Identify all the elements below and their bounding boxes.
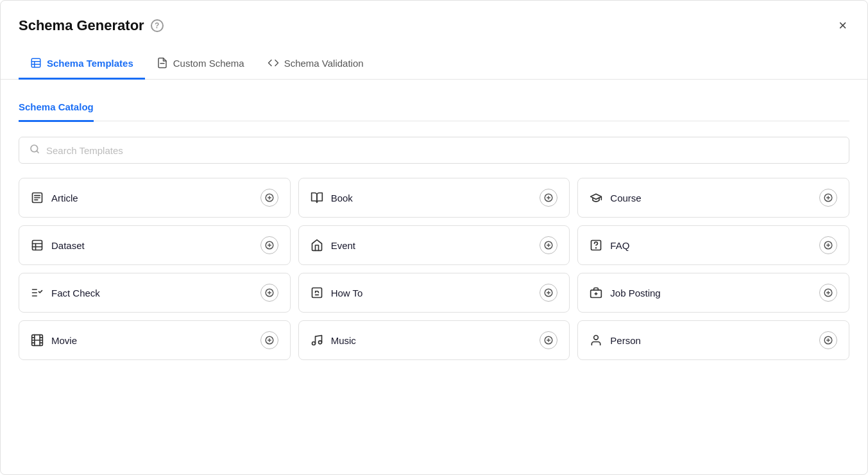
fact-check-label: Fact Check: [51, 288, 100, 298]
catalog-tab-row: Schema Catalog: [19, 95, 849, 122]
article-label: Article: [51, 193, 78, 203]
main-tabs: Schema Templates Custom Schema Schema Va…: [1, 48, 867, 80]
svg-point-31: [596, 248, 597, 248]
modal-title: Schema Generator: [19, 17, 144, 34]
search-bar: [19, 137, 849, 164]
course-add-button[interactable]: [819, 189, 837, 207]
svg-line-6: [37, 151, 38, 153]
tab-custom-schema-label: Custom Schema: [173, 58, 244, 69]
schema-card-book[interactable]: Book: [298, 178, 570, 218]
content-area: Schema Catalog Articl: [1, 80, 867, 376]
svg-rect-0: [31, 58, 40, 67]
schema-card-how-to[interactable]: How To: [298, 273, 570, 313]
music-add-button[interactable]: [540, 331, 557, 349]
dataset-add-button[interactable]: [260, 236, 278, 254]
schema-card-faq[interactable]: FAQ: [577, 225, 849, 265]
svg-point-64: [318, 341, 321, 344]
schema-card-fact-check[interactable]: Fact Check: [19, 273, 291, 313]
tab-schema-templates-label: Schema Templates: [47, 58, 133, 69]
faq-add-button[interactable]: [819, 236, 837, 254]
course-icon: [590, 191, 602, 204]
article-add-button[interactable]: [260, 189, 278, 207]
tab-schema-validation[interactable]: Schema Validation: [256, 48, 375, 80]
person-icon: [590, 334, 602, 347]
dataset-label: Dataset: [51, 240, 85, 251]
person-label: Person: [610, 335, 641, 346]
schema-card-dataset[interactable]: Dataset: [19, 225, 291, 265]
tab-schema-templates[interactable]: Schema Templates: [19, 48, 145, 80]
job-posting-add-button[interactable]: [819, 284, 837, 302]
book-icon: [311, 191, 323, 204]
article-icon: [31, 191, 44, 204]
event-icon: [311, 239, 323, 252]
schema-card-person[interactable]: Person: [577, 320, 849, 360]
modal-header: Schema Generator ? ×: [1, 1, 867, 35]
svg-point-63: [312, 342, 315, 345]
search-icon: [30, 144, 40, 157]
how-to-add-button[interactable]: [540, 284, 557, 302]
help-icon[interactable]: ?: [151, 19, 164, 32]
book-label: Book: [331, 193, 353, 203]
music-label: Music: [331, 335, 356, 346]
custom-schema-icon: [157, 57, 168, 69]
svg-rect-20: [33, 241, 42, 250]
title-row: Schema Generator ?: [19, 17, 164, 34]
close-button[interactable]: ×: [836, 16, 849, 35]
course-label: Course: [610, 193, 641, 203]
tab-schema-validation-label: Schema Validation: [284, 58, 364, 69]
schema-grid: Article Book: [19, 178, 849, 360]
music-icon: [311, 334, 323, 347]
svg-point-68: [594, 336, 599, 340]
schema-card-course[interactable]: Course: [577, 178, 849, 218]
schema-validation-icon: [268, 57, 279, 69]
dataset-icon: [31, 239, 44, 252]
job-posting-icon: [590, 286, 602, 299]
svg-rect-41: [312, 288, 321, 298]
event-label: Event: [331, 240, 355, 251]
schema-card-article[interactable]: Article: [19, 178, 291, 218]
schema-card-event[interactable]: Event: [298, 225, 570, 265]
fact-check-add-button[interactable]: [260, 284, 278, 302]
schema-card-job-posting[interactable]: Job Posting: [577, 273, 849, 313]
tab-custom-schema[interactable]: Custom Schema: [145, 48, 256, 80]
event-add-button[interactable]: [540, 236, 557, 254]
movie-add-button[interactable]: [260, 331, 278, 349]
schema-generator-modal: Schema Generator ? × Schema Templates Cu…: [0, 0, 868, 475]
catalog-tab[interactable]: Schema Catalog: [19, 95, 94, 122]
movie-icon: [31, 334, 44, 347]
schema-templates-icon: [30, 57, 42, 69]
schema-card-music[interactable]: Music: [298, 320, 570, 360]
faq-icon: [590, 239, 602, 252]
faq-label: FAQ: [610, 240, 629, 251]
fact-check-icon: [31, 286, 44, 299]
job-posting-label: Job Posting: [610, 288, 660, 298]
schema-card-movie[interactable]: Movie: [19, 320, 291, 360]
how-to-label: How To: [331, 288, 363, 298]
how-to-icon: [311, 286, 323, 299]
search-input[interactable]: [46, 145, 838, 156]
movie-label: Movie: [51, 335, 77, 346]
person-add-button[interactable]: [819, 331, 837, 349]
book-add-button[interactable]: [540, 189, 557, 207]
